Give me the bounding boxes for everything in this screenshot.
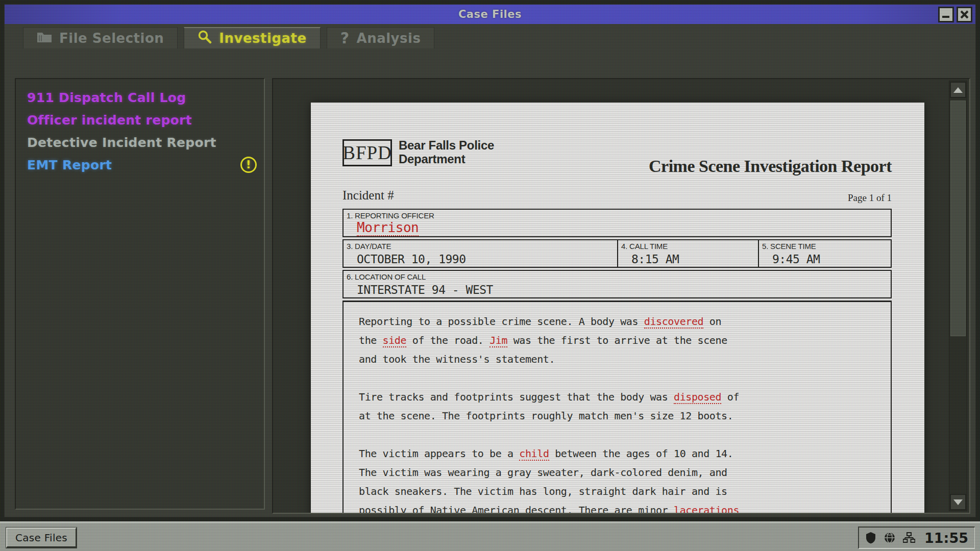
narrative-text: The victim appears to be a (359, 447, 519, 460)
incident-row: Incident # Page 1 of 1 (342, 185, 892, 209)
document-scrollbar[interactable] (949, 81, 967, 511)
tab-file-selection[interactable]: File Selection (23, 27, 178, 48)
network-icon[interactable] (903, 532, 915, 543)
file-item-label: 911 Dispatch Call Log (27, 90, 186, 105)
form-row-officer: 1. REPORTING OFFICER Morrison (342, 209, 892, 237)
narrative-text: Reporting to a possible crime scene. A b… (359, 315, 644, 328)
clue-keyword-morrison[interactable]: Morrison (357, 220, 419, 236)
document-viewer-panel: BFPD Bear Falls Police Department Crime … (272, 78, 970, 514)
globe-icon[interactable] (884, 532, 896, 544)
alert-icon: ! (240, 157, 257, 173)
crime-scene-report-document: BFPD Bear Falls Police Department Crime … (311, 103, 924, 514)
field-label: 4. CALL TIME (621, 242, 668, 251)
field-call-time: 4. CALL TIME 8:15 AM (618, 239, 759, 268)
field-value: 8:15 AM (631, 253, 679, 266)
clue-keyword[interactable]: side (383, 334, 407, 347)
field-location-of-call: 6. LOCATION OF CALL INTERSTATE 94 - WEST (342, 270, 892, 298)
magnifier-icon (198, 30, 212, 47)
file-item-label: Detective Incident Report (27, 135, 216, 150)
file-item-officer-report[interactable]: Officer incident report (16, 109, 264, 131)
tab-label: Investigate (219, 31, 306, 46)
clue-keyword[interactable]: lacerations (674, 504, 739, 514)
tab-label: Analysis (357, 31, 421, 46)
file-list-panel: 911 Dispatch Call Log Officer incident r… (15, 78, 265, 510)
tab-investigate[interactable]: Investigate (184, 27, 320, 48)
field-day-date: 3. DAY/DATE OCTOBER 10, 1990 (342, 239, 618, 268)
system-tray: 11:55 (858, 527, 975, 549)
field-value: INTERSTATE 94 - WEST (357, 283, 493, 296)
close-button[interactable] (957, 7, 972, 22)
window-title: Case Files (458, 8, 522, 20)
incident-number-label: Incident # (342, 188, 394, 203)
arrow-up-icon (953, 87, 963, 93)
narrative-text: Tire tracks and footprints suggest that … (359, 391, 674, 403)
field-label: 5. SCENE TIME (762, 242, 816, 251)
scroll-down-button[interactable] (950, 494, 966, 510)
minimize-icon (942, 10, 950, 19)
scrollbar-thumb[interactable] (950, 101, 966, 336)
question-icon: ? (340, 29, 350, 47)
case-files-window: Case Files (4, 4, 976, 517)
department-line-2: Department (399, 152, 494, 166)
bfpd-badge: BFPD (342, 139, 392, 166)
taskbar-button-label: Case Files (15, 532, 67, 544)
department-line-1: Bear Falls Police (399, 138, 494, 152)
narrative-paragraph: The victim appears to be a child between… (359, 444, 875, 514)
narrative-paragraph: Reporting to a possible crime scene. A b… (359, 312, 875, 369)
file-item-detective-report[interactable]: Detective Incident Report (16, 131, 264, 154)
clue-keyword[interactable]: Jim (489, 334, 507, 347)
scroll-up-button[interactable] (950, 82, 966, 98)
field-label: 1. REPORTING OFFICER (347, 211, 434, 220)
taskbar: Case Files (0, 521, 980, 551)
file-item-label: Officer incident report (27, 113, 192, 128)
narrative-text: of the road. (406, 334, 489, 346)
file-item-911-dispatch[interactable]: 911 Dispatch Call Log (16, 86, 264, 109)
field-value: 9:45 AM (772, 253, 820, 266)
titlebar[interactable]: Case Files (5, 5, 975, 24)
narrative-section: Reporting to a possible crime scene. A b… (342, 300, 892, 514)
tab-strip: File Selection Investigate ? Analysis (23, 27, 434, 48)
tab-analysis[interactable]: ? Analysis (327, 27, 435, 48)
clue-keyword[interactable]: child (519, 447, 549, 461)
form-row-datetime: 3. DAY/DATE OCTOBER 10, 1990 4. CALL TIM… (342, 239, 892, 268)
field-value: OCTOBER 10, 1990 (357, 253, 466, 266)
clock: 11:55 (924, 530, 968, 546)
close-icon (960, 10, 969, 19)
taskbar-case-files-button[interactable]: Case Files (6, 528, 77, 548)
file-item-emt-report[interactable]: EMT Report ! (16, 154, 264, 176)
arrow-down-icon (953, 499, 963, 505)
minimize-button[interactable] (938, 7, 954, 22)
folder-icon (37, 31, 52, 46)
file-item-label: EMT Report (27, 158, 112, 172)
clue-keyword[interactable]: disposed (674, 391, 721, 404)
field-scene-time: 5. SCENE TIME 9:45 AM (759, 239, 892, 268)
page-indicator: Page 1 of 1 (848, 192, 892, 204)
field-reporting-officer: 1. REPORTING OFFICER Morrison (342, 209, 892, 237)
narrative-paragraph: Tire tracks and footprints suggest that … (359, 388, 875, 425)
field-label: 6. LOCATION OF CALL (347, 272, 426, 281)
clue-keyword[interactable]: discovered (644, 315, 703, 329)
field-label: 3. DAY/DATE (347, 242, 391, 251)
shield-icon[interactable] (865, 532, 876, 544)
tab-label: File Selection (59, 31, 164, 46)
department-name: Bear Falls Police Department (399, 138, 494, 166)
report-header: BFPD Bear Falls Police Department Crime … (342, 136, 892, 185)
report-title: Crime Scene Investigation Report (649, 157, 892, 176)
form-row-location: 6. LOCATION OF CALL INTERSTATE 94 - WEST (342, 270, 892, 298)
